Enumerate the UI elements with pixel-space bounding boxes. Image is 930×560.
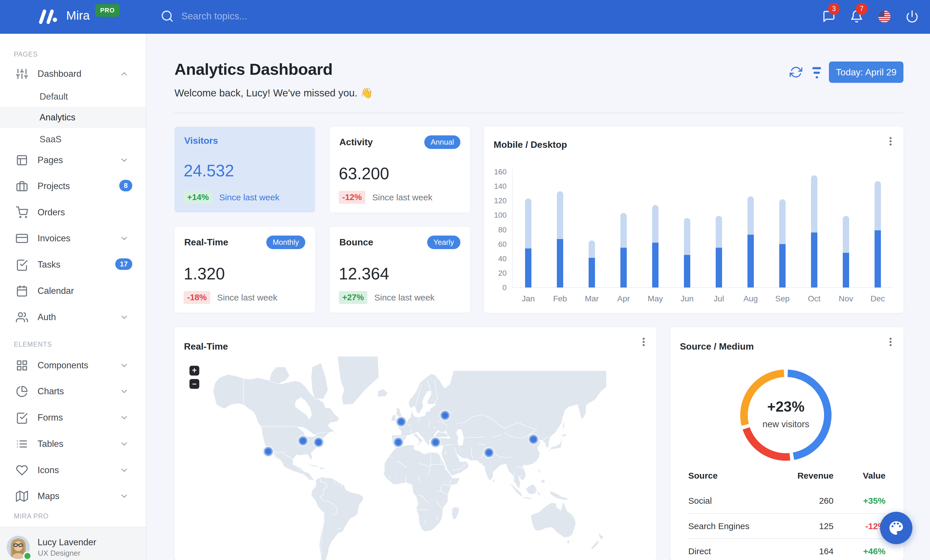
svg-text:0: 0	[502, 283, 507, 292]
svg-text:Jul: Jul	[714, 294, 724, 303]
svg-text:May: May	[648, 294, 663, 303]
svg-text:Apr: Apr	[617, 294, 630, 303]
svg-text:120: 120	[494, 196, 507, 205]
svg-text:160: 160	[494, 167, 507, 176]
svg-text:+23%: +23%	[767, 399, 804, 415]
svg-text:Feb: Feb	[553, 294, 567, 303]
svg-text:Mar: Mar	[585, 294, 599, 303]
svg-text:Oct: Oct	[808, 294, 821, 303]
svg-text:100: 100	[494, 211, 507, 219]
svg-text:Jun: Jun	[681, 294, 693, 303]
svg-text:Aug: Aug	[744, 294, 758, 303]
svg-text:80: 80	[498, 226, 507, 234]
svg-text:Sep: Sep	[775, 294, 790, 303]
svg-text:new visitors: new visitors	[762, 419, 809, 429]
svg-text:20: 20	[498, 269, 507, 278]
svg-text:140: 140	[494, 182, 507, 190]
svg-text:40: 40	[498, 254, 507, 263]
svg-text:60: 60	[498, 240, 507, 249]
svg-text:Nov: Nov	[839, 294, 853, 303]
svg-text:Dec: Dec	[870, 294, 885, 303]
svg-text:Jan: Jan	[522, 294, 534, 303]
